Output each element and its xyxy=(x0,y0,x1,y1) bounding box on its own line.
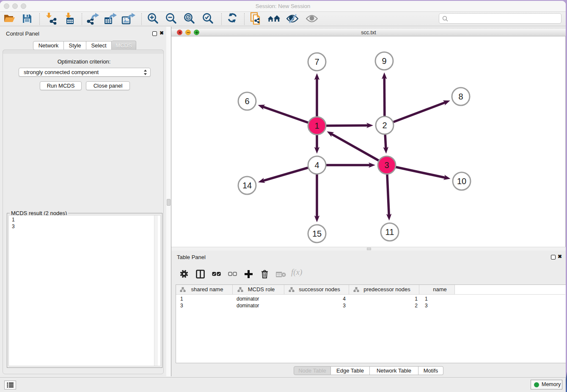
svg-text:7: 7 xyxy=(314,57,319,66)
svg-text:9: 9 xyxy=(382,56,386,66)
svg-text:3: 3 xyxy=(384,160,389,170)
svg-text:2: 2 xyxy=(382,121,387,130)
svg-text:15: 15 xyxy=(312,229,322,238)
svg-text:4: 4 xyxy=(314,160,319,170)
svg-text:1: 1 xyxy=(314,121,319,130)
svg-text:10: 10 xyxy=(457,177,466,186)
svg-text:11: 11 xyxy=(385,227,394,237)
svg-text:14: 14 xyxy=(242,181,252,190)
svg-text:8: 8 xyxy=(458,92,463,101)
svg-text:6: 6 xyxy=(245,97,249,106)
